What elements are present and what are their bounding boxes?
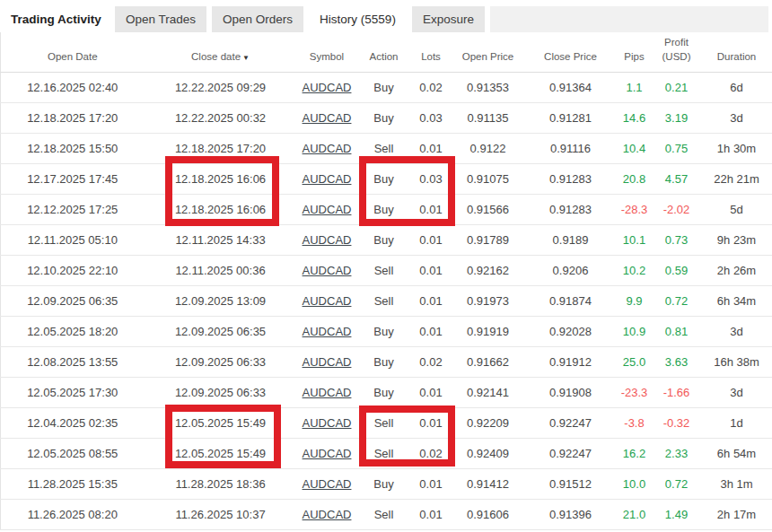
column-header-duration[interactable]: Duration [701,32,772,72]
cell-open-date: 12.11.2025 05:10 [1,224,145,255]
symbol-link[interactable]: AUDCAD [303,477,352,491]
cell-close-price: 0.91364 [525,72,617,102]
symbol-link[interactable]: AUDCAD [303,111,352,125]
sort-descending-icon: ▼ [242,54,250,62]
cell-open-date: 12.17.2025 17:45 [1,163,145,194]
cell-duration: 6h 54m [701,438,772,468]
column-header-symbol[interactable]: Symbol [297,32,357,72]
tab-exposure[interactable]: Exposure [412,6,485,32]
cell-profit: 0.73 [653,224,701,255]
cell-action: Buy [357,346,411,377]
cell-pips: 25.0 [617,346,653,377]
cell-lots: 0.01 [411,285,452,316]
table-row: 11.28.2025 15:35 11.28.2025 18:36 AUDCAD… [1,468,772,499]
symbol-link[interactable]: AUDCAD [303,355,352,369]
table-row: 12.05.2025 17:30 12.09.2025 06:33 AUDCAD… [1,377,772,407]
cell-profit: 0.59 [653,255,701,285]
cell-close-date: 11.28.2025 18:36 [145,468,297,499]
cell-pips: 10.9 [617,316,653,346]
tab-open-orders[interactable]: Open Orders [212,6,303,32]
cell-open-date: 12.10.2025 22:10 [1,255,145,285]
cell-close-date: 12.22.2025 00:32 [145,102,297,133]
cell-open-price: 0.92162 [452,255,525,285]
cell-open-price: 0.92141 [452,377,525,407]
cell-pips: 16.2 [617,438,653,468]
symbol-link[interactable]: AUDCAD [303,447,352,460]
symbol-link[interactable]: AUDCAD [303,81,352,94]
column-header-open-date[interactable]: Open Date [1,32,145,72]
column-header-pips[interactable]: Pips [617,32,653,72]
cell-lots: 0.01 [411,407,452,438]
symbol-link[interactable]: AUDCAD [303,233,352,247]
cell-close-date: 12.09.2025 06:33 [145,346,297,377]
cell-close-price: 0.91116 [525,133,617,163]
cell-symbol: AUDCAD [297,163,357,194]
cell-duration: 6d [701,72,772,102]
cell-lots: 0.01 [411,377,452,407]
cell-profit: -0.32 [653,407,701,438]
symbol-link[interactable]: AUDCAD [303,325,352,338]
cell-action: Buy [357,316,411,346]
table-row: 12.18.2025 15:50 12.18.2025 17:20 AUDCAD… [1,133,772,163]
column-header-profit[interactable]: Profit (USD) [653,32,701,72]
tab-history[interactable]: History (5559) [309,6,407,32]
symbol-link[interactable]: AUDCAD [303,386,352,399]
cell-action: Sell [357,407,411,438]
cell-symbol: AUDCAD [297,346,357,377]
cell-symbol: AUDCAD [297,133,357,163]
trading-activity-panel: Trading Activity Open Trades Open Orders… [0,0,772,532]
table-row: 12.18.2025 17:20 12.22.2025 00:32 AUDCAD… [1,102,772,133]
cell-close-price: 0.91281 [525,102,617,133]
column-header-close-price[interactable]: Close Price [525,32,617,72]
cell-open-date: 12.04.2025 02:35 [1,407,145,438]
cell-lots: 0.03 [411,102,452,133]
cell-pips: 21.0 [617,499,653,529]
table-row: 12.10.2025 22:10 12.11.2025 00:36 AUDCAD… [1,255,772,285]
symbol-link[interactable]: AUDCAD [303,142,352,155]
cell-pips: -3.8 [617,407,653,438]
table-row: 12.11.2025 05:10 12.11.2025 14:33 AUDCAD… [1,224,772,255]
cell-pips: 14.6 [617,102,653,133]
symbol-link[interactable]: AUDCAD [303,294,352,308]
table-row: 12.05.2025 08:55 12.05.2025 15:49 AUDCAD… [1,438,772,468]
symbol-link[interactable]: AUDCAD [303,508,352,521]
cell-profit: 3.19 [653,102,701,133]
cell-open-price: 0.91566 [452,194,525,224]
cell-close-date: 12.09.2025 06:33 [145,377,297,407]
cell-close-date: 12.11.2025 00:36 [145,255,297,285]
cell-open-price: 0.91353 [452,72,525,102]
cell-profit: -1.66 [653,377,701,407]
cell-close-price: 0.91396 [525,499,617,529]
cell-open-date: 12.05.2025 17:30 [1,377,145,407]
symbol-link[interactable]: AUDCAD [303,264,352,277]
cell-action: Buy [357,194,411,224]
cell-lots: 0.01 [411,194,452,224]
cell-lots: 0.01 [411,499,452,529]
cell-close-price: 0.92247 [525,407,617,438]
symbol-link[interactable]: AUDCAD [303,416,352,430]
cell-symbol: AUDCAD [297,377,357,407]
column-header-lots[interactable]: Lots [411,32,452,72]
tab-open-trades[interactable]: Open Trades [115,6,206,32]
cell-lots: 0.01 [411,468,452,499]
cell-profit: -2.02 [653,194,701,224]
cell-close-date: 11.26.2025 10:37 [145,499,297,529]
symbol-link[interactable]: AUDCAD [303,203,352,216]
column-header-close-date[interactable]: Close date▼ [145,32,297,72]
cell-lots: 0.01 [411,316,452,346]
column-header-action[interactable]: Action [357,32,411,72]
cell-symbol: AUDCAD [297,72,357,102]
cell-lots: 0.02 [411,438,452,468]
cell-pips: 1.1 [617,72,653,102]
cell-close-date: 12.22.2025 09:29 [145,72,297,102]
symbol-link[interactable]: AUDCAD [303,172,352,186]
cell-open-date: 12.08.2025 13:55 [1,346,145,377]
cell-action: Buy [357,468,411,499]
cell-close-price: 0.92247 [525,438,617,468]
header-row: Open Date Close date▼ Symbol Action Lots… [1,32,772,72]
column-header-open-price[interactable]: Open Price [452,32,525,72]
cell-duration: 22h 21m [701,163,772,194]
history-table: Open Date Close date▼ Symbol Action Lots… [0,32,772,530]
cell-action: Buy [357,377,411,407]
cell-close-price: 0.91283 [525,194,617,224]
